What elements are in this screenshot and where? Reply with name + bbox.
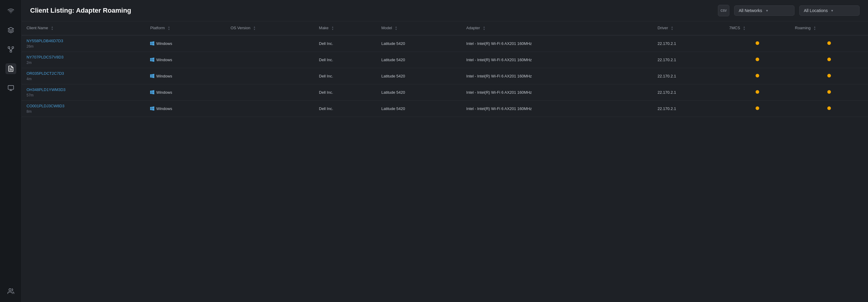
roaming-dot [827,41,831,45]
col-header-platform[interactable]: Platform ▲▼ [145,21,226,35]
client-time: 26m [27,44,141,49]
client-name-link[interactable]: CO001PLDJ3CW8D3 [27,104,141,108]
layers-icon[interactable] [5,25,16,36]
roaming-dot [827,74,831,78]
wifi-icon[interactable] [5,5,16,16]
adapter-cell: Intel - Intel(R) Wi-Fi 6 AX201 160MHz [461,100,653,117]
model-value: Latitude 5420 [381,41,405,46]
col-header-client-name[interactable]: Client Name ▲▼ [22,21,145,35]
platform-cell: Windows [145,100,226,117]
svg-rect-9 [8,86,13,90]
col-header-7mcs[interactable]: 7MCS ▲▼ [724,21,790,35]
client-name-link[interactable]: OR035PLDCT2C7D3 [27,71,141,76]
main-content: Client Listing: Adapter Roaming CSV All … [22,0,868,302]
col-header-driver[interactable]: Driver ▲▼ [653,21,724,35]
model-value: Latitude 5420 [381,90,405,95]
roaming-cell [790,84,868,100]
sort-icon-model: ▲▼ [395,26,397,31]
platform-cell: Windows [145,35,226,52]
client-name-cell: OH348PLD1YWM3D3 57m [22,84,145,100]
col-header-roaming[interactable]: Roaming ▲▼ [790,21,868,35]
col-header-adapter[interactable]: Adapter ▲▼ [461,21,653,35]
client-name-link[interactable]: OH348PLD1YWM3D3 [27,87,141,92]
networks-dropdown-value: All Networks [739,8,763,13]
driver-cell: 22.170.2.1 [653,52,724,68]
model-value: Latitude 5420 [381,74,405,78]
make-cell: Dell Inc. [314,100,376,117]
mcs7-cell [724,52,790,68]
table-container: Client Name ▲▼ Platform ▲▼ OS Version ▲▼… [22,21,868,302]
adapter-value: Intel - Intel(R) Wi-Fi 6 AX201 160MHz [466,90,532,95]
sort-icon-driver: ▲▼ [671,26,673,31]
client-name-cell: NY558PLDB46D7D3 26m [22,35,145,52]
svg-point-12 [9,289,11,291]
platform-cell: Windows [145,84,226,100]
client-name-cell: OR035PLDCT2C7D3 4m [22,68,145,84]
client-name-cell: NY707PLDCS7V8D3 2m [22,52,145,68]
table-row: NY558PLDB46D7D3 26m Windows Dell Inc. La… [22,35,868,52]
platform-cell: Windows [145,52,226,68]
client-table: Client Name ▲▼ Platform ▲▼ OS Version ▲▼… [22,21,868,117]
adapter-cell: Intel - Intel(R) Wi-Fi 6 AX201 160MHz [461,52,653,68]
locations-dropdown-value: All Locations [804,8,828,13]
locations-dropdown[interactable]: All Locations ▼ [799,5,860,16]
topology-icon[interactable] [5,44,16,55]
col-header-model[interactable]: Model ▲▼ [376,21,461,35]
roaming-cell [790,52,868,68]
client-time: 2m [27,61,141,65]
sort-icon-os-version: ▲▼ [253,26,255,31]
make-value: Dell Inc. [319,90,333,95]
os-version-cell [226,52,314,68]
mcs7-dot [755,41,759,45]
table-row: OH348PLD1YWM3D3 57m Windows Dell Inc. La… [22,84,868,100]
os-version-cell [226,84,314,100]
csv-export-button[interactable]: CSV [718,5,730,16]
client-name-link[interactable]: NY707PLDCS7V8D3 [27,55,141,59]
platform-label: Windows [156,90,172,95]
roaming-cell [790,35,868,52]
driver-cell: 22.170.2.1 [653,68,724,84]
driver-cell: 22.170.2.1 [653,100,724,117]
svg-line-6 [11,48,13,50]
adapter-value: Intel - Intel(R) Wi-Fi 6 AX201 160MHz [466,58,532,62]
driver-cell: 22.170.2.1 [653,84,724,100]
driver-value: 22.170.2.1 [658,41,676,46]
client-time: 8m [27,110,141,114]
client-time: 4m [27,77,141,81]
driver-cell: 22.170.2.1 [653,35,724,52]
col-header-os-version[interactable]: OS Version ▲▼ [226,21,314,35]
col-header-make[interactable]: Make ▲▼ [314,21,376,35]
table-header-row: Client Name ▲▼ Platform ▲▼ OS Version ▲▼… [22,21,868,35]
svg-marker-1 [8,27,13,30]
sort-icon-adapter: ▲▼ [483,26,485,31]
model-cell: Latitude 5420 [376,68,461,84]
mcs7-cell [724,100,790,117]
os-version-cell [226,68,314,84]
adapter-value: Intel - Intel(R) Wi-Fi 6 AX201 160MHz [466,107,532,111]
platform-label: Windows [156,107,172,111]
monitor-icon[interactable] [5,83,16,93]
document-icon[interactable] [5,63,16,74]
make-value: Dell Inc. [319,41,333,46]
make-cell: Dell Inc. [314,35,376,52]
table-row: OR035PLDCT2C7D3 4m Windows Dell Inc. Lat… [22,68,868,84]
model-value: Latitude 5420 [381,107,405,111]
sort-icon-7mcs: ▲▼ [743,26,745,31]
users-icon[interactable] [5,286,16,297]
platform-label: Windows [156,74,172,78]
os-version-cell [226,100,314,117]
platform-label: Windows [156,41,172,46]
sort-icon-make: ▲▼ [332,26,334,31]
table-row: NY707PLDCS7V8D3 2m Windows Dell Inc. Lat… [22,52,868,68]
table-row: CO001PLDJ3CW8D3 8m Windows Dell Inc. Lat… [22,100,868,117]
make-cell: Dell Inc. [314,84,376,100]
mcs7-dot [755,107,759,110]
make-value: Dell Inc. [319,58,333,62]
client-name-link[interactable]: NY558PLDB46D7D3 [27,38,141,43]
networks-dropdown[interactable]: All Networks ▼ [734,5,795,16]
make-value: Dell Inc. [319,74,333,78]
model-cell: Latitude 5420 [376,52,461,68]
sort-icon-roaming: ▲▼ [813,26,816,31]
adapter-value: Intel - Intel(R) Wi-Fi 6 AX201 160MHz [466,41,532,46]
driver-value: 22.170.2.1 [658,74,676,78]
